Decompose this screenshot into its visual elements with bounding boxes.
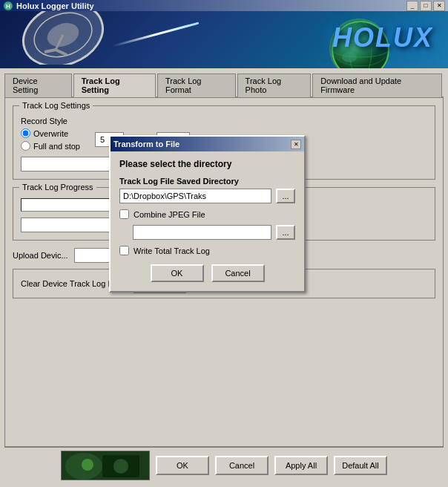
directory-input[interactable] [119,189,271,203]
maximize-button[interactable]: □ [420,1,432,11]
combine-jpeg-checkbox[interactable] [119,209,129,219]
window-frame: H Holux Logger Utility _ □ ✕ [0,0,448,487]
write-total-label: Write Total Track Log [134,246,210,255]
transform-to-file-dialog: Transform to File ✕ Please select the di… [109,135,306,292]
dialog-buttons: OK Cancel [119,264,295,282]
minimize-button[interactable]: _ [406,1,418,11]
write-total-checkbox[interactable] [119,246,129,255]
dialog-title-bar: Transform to File ✕ [111,137,304,151]
svg-point-14 [342,52,357,62]
dialog-cancel-button[interactable]: Cancel [211,264,265,282]
dialog-close-button[interactable]: ✕ [291,140,301,149]
brand-text: HOLUX [332,22,433,53]
app-icon: H [3,1,13,11]
dialog-ok-button[interactable]: OK [151,264,204,282]
combine-jpeg-input[interactable] [133,225,271,240]
apply-all-button[interactable]: Apply All [274,456,328,475]
svg-point-19 [113,459,128,474]
ok-button[interactable]: OK [156,456,209,475]
dialog-overlay: Transform to File ✕ Please select the di… [5,98,443,446]
dialog-title-text: Transform to File [113,140,179,148]
thumbnail-image [61,451,150,480]
cancel-button[interactable]: Cancel [215,456,269,475]
banner: HOLUX [0,11,448,68]
tab-content: Track Log Settings Record Style Overwrit… [4,98,444,447]
tab-bar: Device Setting Track Log Setting Track L… [4,73,444,98]
directory-browse-button[interactable]: ... [276,189,295,203]
close-button[interactable]: ✕ [433,1,445,11]
dialog-body: Please select the directory Track Log Fi… [111,151,304,291]
combine-jpeg-input-row: ... [119,225,295,240]
tab-download-firmware[interactable]: Download and Update Firmware [312,73,442,97]
combine-jpeg-row: Combine JPEG File [119,209,295,219]
window-title: Holux Logger Utility [16,1,94,10]
directory-row: ... [119,189,295,203]
dialog-heading: Please select the directory [119,159,295,169]
default-all-button[interactable]: Default All [334,456,387,475]
title-bar: H Holux Logger Utility _ □ ✕ [0,0,448,11]
satellite-dish [15,11,111,65]
svg-text:H: H [6,3,10,10]
tab-track-log-format[interactable]: Track Log Format [157,73,236,97]
tab-device-setting[interactable]: Device Setting [4,73,72,97]
directory-label: Track Log File Saved Directory [119,177,295,186]
comet-decoration [113,22,200,48]
bottom-bar: OK Cancel Apply All Default All [4,447,444,483]
tab-track-log-setting[interactable]: Track Log Setting [73,73,156,97]
tab-track-log-photo[interactable]: Track Log Photo [237,73,312,97]
svg-point-17 [82,459,93,471]
combine-jpeg-browse-button[interactable]: ... [276,225,295,240]
write-total-row: Write Total Track Log [119,246,295,255]
combine-jpeg-label: Combine JPEG File [134,210,205,219]
